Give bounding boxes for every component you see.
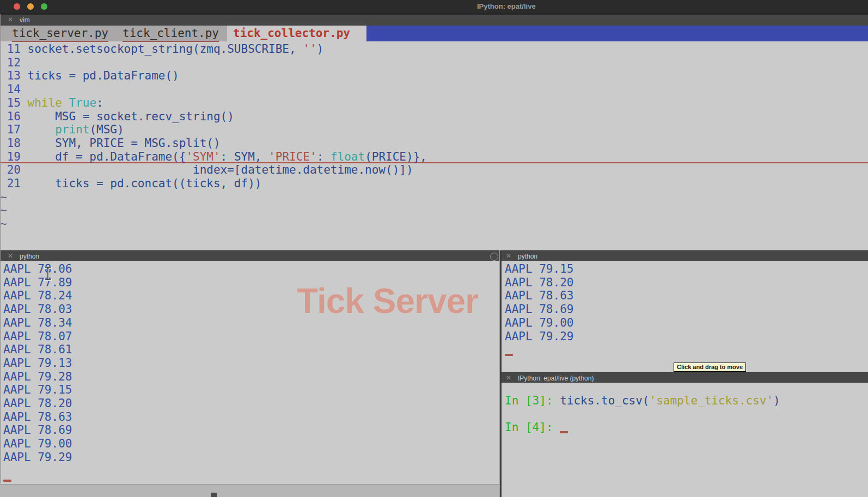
close-pane-icon[interactable]: ✕ [8,252,13,260]
terminal-line: AAPL 78.03 [3,303,72,316]
console-lines: In [3]: ticks.to_csv('sample_ticks.csv')… [505,394,780,434]
tick-client-terminal[interactable]: AAPL 79.15AAPL 78.20AAPL 78.63AAPL 78.69… [502,261,868,372]
zoom-window-button[interactable] [41,3,47,10]
terminal-line: AAPL 78.69 [505,303,573,316]
terminal-line: AAPL 78.61 [3,343,72,357]
close-pane-icon[interactable]: ✕ [506,252,511,260]
terminal-line: AAPL 79.13 [3,357,72,370]
terminal-line: AAPL 79.29 [505,330,573,343]
tick-client-pane-label: python [518,253,537,260]
terminal-line: AAPL 78.69 [3,424,72,437]
code-line: 21 ticks = pd.concat((ticks, df)) [0,177,868,191]
terminal-line: AAPL 78.34 [3,316,72,330]
terminal-cursor [3,480,11,482]
code-line: 17 print(MSG) [0,123,868,137]
ipython-console[interactable]: In [3]: ticks.to_csv('sample_ticks.csv')… [502,383,868,497]
vim-pane-label: vim [20,16,30,24]
background-window-edge [0,484,500,497]
code-line: 14 [0,83,868,96]
code-line: 19 df = pd.DataFrame({'SYM': SYM, 'PRICE… [0,150,868,164]
tabline-fill [366,26,868,41]
vim-pane-header[interactable]: ✕ vim [0,14,868,26]
terminal-window: IPython: epat/live ✕ vim tick_server.py … [0,0,868,497]
code-line: 16 MSG = socket.recv_string() [0,110,868,124]
drag-tooltip: Click and drag to move [674,363,746,372]
close-pane-icon[interactable]: ✕ [506,374,511,382]
ipython-pane-label: IPython: epat/live (python) [518,375,594,382]
terminal-line: AAPL 78.63 [3,410,72,424]
mouse-ibeam-cursor [44,266,52,281]
terminal-line: AAPL 79.29 [3,451,72,464]
vim-editor-buffer[interactable]: 11 socket.setsockopt_string(zmq.SUBSCRIB… [0,42,868,250]
code-line: 18 SYM, PRICE = MSG.split() [0,137,868,150]
terminal-line: AAPL 78.07 [3,330,72,343]
code-line [505,408,780,421]
code-line: ~ [0,191,868,204]
window-title: IPython: epat/live [477,2,536,10]
code-line: ~ [0,204,868,217]
pane-menu-icon[interactable]: ··· [490,253,498,261]
code-line: 13 ticks = pd.DataFrame() [0,69,868,83]
terminal-line: AAPL 79.15 [505,262,573,276]
code-line: 20 index=[datetime.datetime.now()]) [0,163,868,177]
minimize-window-button[interactable] [27,3,34,10]
tick-output-list: AAPL 79.15AAPL 78.20AAPL 78.63AAPL 78.69… [505,262,573,343]
console-cursor [560,431,568,433]
scrollbar-thumb[interactable] [211,493,217,497]
tick-server-pane-label: python [20,253,39,260]
terminal-line: AAPL 77.89 [3,276,72,290]
titlebar[interactable]: IPython: epat/live [0,0,868,14]
code-line: In [4]: [505,421,780,434]
tick-server-watermark: Tick Server [297,281,478,321]
tick-server-pane-header[interactable]: ✕ python ··· [0,250,500,261]
tab-tick-collector[interactable]: tick_collector.py [233,26,350,41]
tab-tick-server[interactable]: tick_server.py [12,26,108,42]
terminal-line: AAPL 79.00 [505,316,573,330]
tick-client-pane-header[interactable]: ✕ python [502,250,868,261]
window-left-border [0,14,1,483]
terminal-cursor [505,354,513,356]
terminal-line: AAPL 79.00 [3,437,72,451]
ipython-pane-header[interactable]: ✕ IPython: epat/live (python) [502,372,868,383]
code-line: ~ [0,217,868,231]
terminal-line: AAPL 78.20 [505,276,573,290]
tab-tick-client[interactable]: tick_client.py [123,26,219,42]
code-line: 12 [0,56,868,70]
close-window-button[interactable] [14,3,20,10]
vim-tabline: tick_server.py tick_client.py tick_colle… [0,26,868,41]
terminal-line: AAPL 78.06 [3,262,72,276]
terminal-line: AAPL 79.28 [3,370,72,384]
terminal-line: AAPL 78.63 [505,289,573,303]
tick-output-list: AAPL 78.06AAPL 77.89AAPL 78.24AAPL 78.03… [3,262,72,464]
code-line: 15 while True: [0,96,868,110]
terminal-line: AAPL 78.24 [3,289,72,303]
terminal-line: AAPL 78.20 [3,397,72,410]
code-line: 11 socket.setsockopt_string(zmq.SUBSCRIB… [0,42,868,56]
close-pane-icon[interactable]: ✕ [8,16,13,23]
terminal-line: AAPL 79.15 [3,383,72,397]
code-line: In [3]: ticks.to_csv('sample_ticks.csv') [505,394,780,408]
pane-divider[interactable] [500,250,502,497]
